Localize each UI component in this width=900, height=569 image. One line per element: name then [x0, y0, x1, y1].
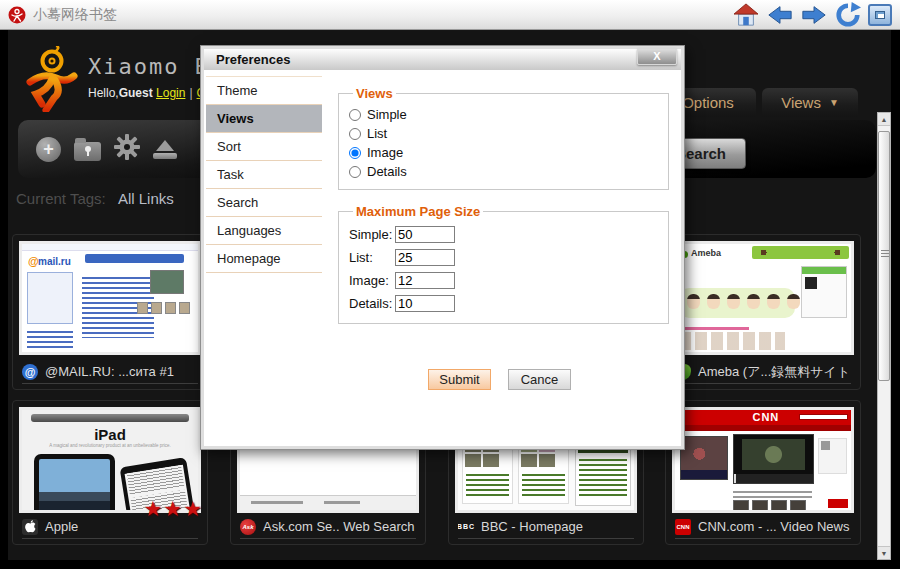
restore-icon[interactable]: [868, 4, 892, 26]
link-divider: |: [189, 86, 192, 100]
dialog-header[interactable]: Preferences: [204, 49, 681, 70]
preferences-dialog: Preferences x Theme Views Sort Task Sear…: [200, 45, 685, 450]
app-window: 小蓦网络书签: [0, 0, 900, 569]
bookmark-caption: Ask Ask.com Se.. Web Search: [240, 515, 416, 539]
sidebar-item-task[interactable]: Task: [206, 161, 322, 189]
dialog-buttons: Submit Cance: [338, 369, 571, 390]
cnn-favicon: CNN: [675, 519, 691, 535]
bookmark-caption: Ameba (ア...録無料サイト: [675, 360, 851, 384]
bookmark-caption: CNN CNN.com - ... Video News: [675, 515, 851, 539]
cancel-button[interactable]: Cance: [508, 369, 571, 390]
radio-list[interactable]: [349, 128, 361, 140]
bookmark-title: BBC - Homepage: [481, 519, 583, 534]
home-icon[interactable]: [732, 3, 760, 27]
apple-favicon: [22, 519, 38, 535]
rating-stars[interactable]: ★★★: [144, 497, 203, 521]
sidebar-item-homepage[interactable]: Homepage: [206, 245, 322, 273]
scroll-down-icon[interactable]: ▼: [878, 546, 890, 559]
views-legend: Views: [353, 86, 396, 101]
app-logo: [22, 46, 80, 112]
thumbnail-cnn: CNN: [672, 407, 854, 513]
bookmark-card-apple[interactable]: iPad A magical and revolutionary product…: [12, 400, 208, 545]
bookmark-title: @MAIL.RU: ...сита #1: [45, 364, 174, 379]
upload-icon[interactable]: [153, 140, 177, 159]
radio-image[interactable]: [349, 147, 361, 159]
bookmark-title: Ask.com Se.. Web Search: [263, 519, 415, 534]
image-size-input[interactable]: [395, 272, 455, 289]
titlebar-actions: [732, 3, 892, 27]
thumbnail-mailru: @ mail.ru: [19, 241, 201, 355]
dialog-title: Preferences: [216, 52, 290, 67]
close-icon[interactable]: x: [637, 48, 677, 65]
sidebar-item-sort[interactable]: Sort: [206, 133, 322, 161]
views-group: Views Simple List Image Details: [338, 86, 669, 190]
sidebar-item-languages[interactable]: Languages: [206, 217, 322, 245]
forward-icon[interactable]: [800, 3, 828, 27]
refresh-icon[interactable]: [834, 3, 862, 27]
bookmark-title: Ameba (ア...録無料サイト: [698, 363, 850, 381]
sidebar-item-views[interactable]: Views: [206, 105, 322, 133]
bookmark-card-cnn[interactable]: CNN CNN CNN.com - ... Video News: [665, 400, 861, 545]
submit-button[interactable]: Submit: [428, 369, 491, 390]
sidebar-item-theme[interactable]: Theme: [206, 76, 322, 105]
titlebar: 小蓦网络书签: [0, 0, 900, 30]
mailru-favicon: @: [22, 364, 38, 380]
radio-row-simple[interactable]: Simple: [349, 105, 658, 124]
cnn-logo-text: CNN: [752, 411, 779, 423]
list-size-input[interactable]: [395, 249, 455, 266]
ameba-logo-text: Ameba: [691, 248, 721, 258]
current-tags-label: Current Tags:: [16, 190, 106, 207]
bbc-favicon: BBC: [458, 519, 474, 535]
current-tags-bar: Current Tags: All Links: [16, 190, 174, 207]
sidebar-item-search[interactable]: Search: [206, 189, 322, 217]
scroll-up-icon[interactable]: ▲: [878, 113, 890, 126]
radio-simple[interactable]: [349, 109, 361, 121]
folder-lock-icon[interactable]: [74, 142, 101, 161]
thumbnail-ameba: Ameba: [672, 241, 854, 355]
bookmark-title: Apple: [45, 519, 78, 534]
ipad-tagline-text: A magical and revolutionary product at a…: [22, 443, 198, 448]
details-size-input[interactable]: [395, 295, 455, 312]
pagesize-row-details: Details:: [349, 292, 658, 315]
back-icon[interactable]: [766, 3, 794, 27]
radio-row-list[interactable]: List: [349, 124, 658, 143]
gear-icon[interactable]: [114, 134, 140, 164]
current-tags-value[interactable]: All Links: [118, 190, 174, 207]
greeting-user: Guest: [119, 86, 153, 100]
login-link[interactable]: Login: [156, 86, 185, 100]
radio-row-details[interactable]: Details: [349, 162, 658, 181]
bookmark-card-ameba[interactable]: Ameba Ameba (ア...録無料サイト: [665, 234, 861, 390]
greeting: Hello,Guest Login|C: [88, 86, 205, 100]
scrollbar-thumb[interactable]: [878, 131, 890, 381]
vertical-scrollbar[interactable]: ▲ ▼: [877, 112, 891, 560]
bookmark-card-mailru[interactable]: @ mail.ru @ @MAIL.RU: ...сита #1: [12, 234, 208, 390]
pagesize-row-image: Image:: [349, 269, 658, 292]
bookmark-caption: @ @MAIL.RU: ...сита #1: [22, 360, 198, 384]
ipad-title-text: iPad: [22, 426, 198, 443]
bookmark-caption: BBC BBC - Homepage: [458, 515, 634, 539]
radio-details[interactable]: [349, 166, 361, 178]
chevron-down-icon: ▼: [829, 97, 839, 108]
window-title: 小蓦网络书签: [33, 6, 117, 24]
ask-favicon: Ask: [240, 519, 256, 535]
mailru-logo-text: mail.ru: [38, 256, 71, 267]
simple-size-input[interactable]: [395, 226, 455, 243]
dialog-sidebar: Theme Views Sort Task Search Languages H…: [206, 76, 322, 273]
radio-row-image[interactable]: Image: [349, 143, 658, 162]
bookmark-title: CNN.com - ... Video News: [698, 519, 849, 534]
greeting-prefix: Hello,: [88, 86, 119, 100]
app-icon: [8, 6, 26, 24]
pagesize-row-list: List:: [349, 246, 658, 269]
pagesize-group: Maximum Page Size Simple: List: Image: D…: [338, 204, 669, 324]
add-icon[interactable]: +: [36, 137, 61, 162]
dialog-content: Views Simple List Image Details: [338, 86, 669, 324]
pagesize-row-simple: Simple:: [349, 223, 658, 246]
views-dropdown-button[interactable]: Views ▼: [762, 88, 858, 117]
pagesize-legend: Maximum Page Size: [353, 204, 483, 219]
